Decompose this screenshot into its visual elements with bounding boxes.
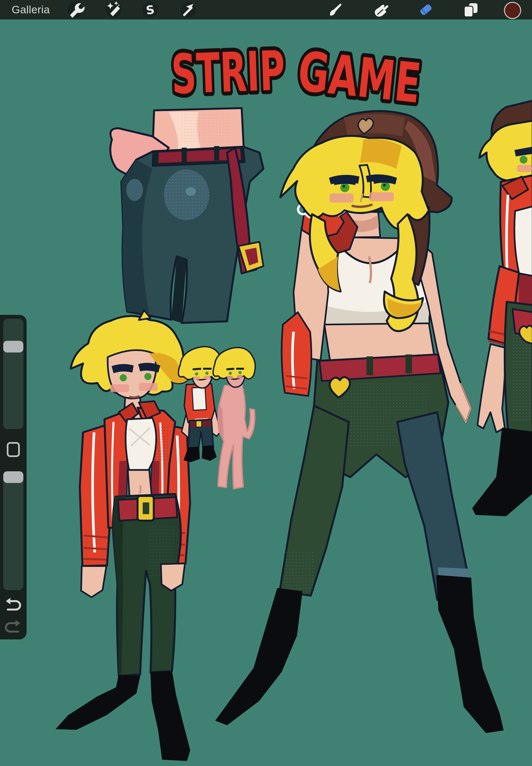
title-word-strip: STRIP bbox=[170, 39, 286, 106]
top-toolbar: Galleria S bbox=[0, 0, 532, 19]
paintbrush-icon[interactable] bbox=[330, 4, 341, 16]
wrench-icon[interactable] bbox=[70, 3, 85, 18]
color-swatch[interactable] bbox=[504, 2, 521, 18]
redo-icon[interactable] bbox=[6, 620, 20, 632]
magic-wand-icon[interactable] bbox=[107, 1, 120, 16]
smudge-finger-icon[interactable] bbox=[375, 5, 388, 17]
eraser-icon[interactable] bbox=[419, 4, 432, 16]
title-word-game: GAME bbox=[295, 40, 424, 115]
undo-icon[interactable] bbox=[6, 598, 20, 610]
transform-arrow-icon[interactable] bbox=[184, 4, 193, 15]
svg-text:S: S bbox=[145, 3, 155, 17]
brush-sidebar bbox=[0, 315, 27, 639]
layers-icon[interactable] bbox=[464, 3, 478, 17]
selection-s-icon[interactable]: S bbox=[145, 3, 155, 17]
canvas-artwork[interactable]: STRIP GAME bbox=[0, 0, 532, 766]
